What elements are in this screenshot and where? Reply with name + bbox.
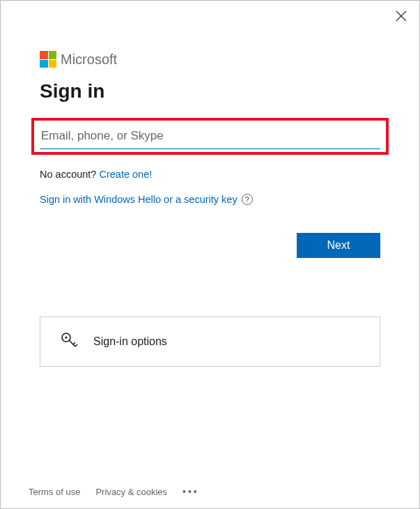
more-menu-icon[interactable]: ••• (182, 486, 199, 497)
next-button[interactable]: Next (297, 233, 380, 258)
no-account-row: No account? Create one! (40, 169, 380, 180)
signin-options-button[interactable]: Sign-in options (40, 317, 380, 367)
microsoft-logo-icon (40, 51, 56, 68)
security-key-row: Sign in with Windows Hello or a security… (40, 194, 380, 205)
identity-input[interactable] (40, 125, 380, 149)
button-row: Next (40, 233, 380, 258)
privacy-link[interactable]: Privacy & cookies (95, 487, 167, 497)
no-account-prompt: No account? (40, 169, 96, 180)
key-icon (60, 331, 78, 352)
svg-line-5 (73, 342, 75, 344)
brand-name: Microsoft (61, 52, 117, 68)
svg-line-6 (75, 344, 77, 347)
security-key-link[interactable]: Sign in with Windows Hello or a security… (40, 194, 238, 205)
page-title: Sign in (40, 80, 380, 102)
signin-options-label: Sign-in options (93, 335, 167, 348)
svg-point-3 (65, 336, 67, 338)
help-icon[interactable]: ? (242, 194, 253, 205)
brand-row: Microsoft (40, 51, 380, 68)
highlight-annotation (31, 118, 389, 155)
close-button[interactable] (396, 10, 407, 24)
footer: Terms of use Privacy & cookies ••• (29, 486, 199, 497)
signin-panel: Microsoft Sign in No account? Create one… (1, 1, 419, 367)
terms-link[interactable]: Terms of use (29, 487, 80, 497)
create-account-link[interactable]: Create one! (99, 169, 152, 180)
